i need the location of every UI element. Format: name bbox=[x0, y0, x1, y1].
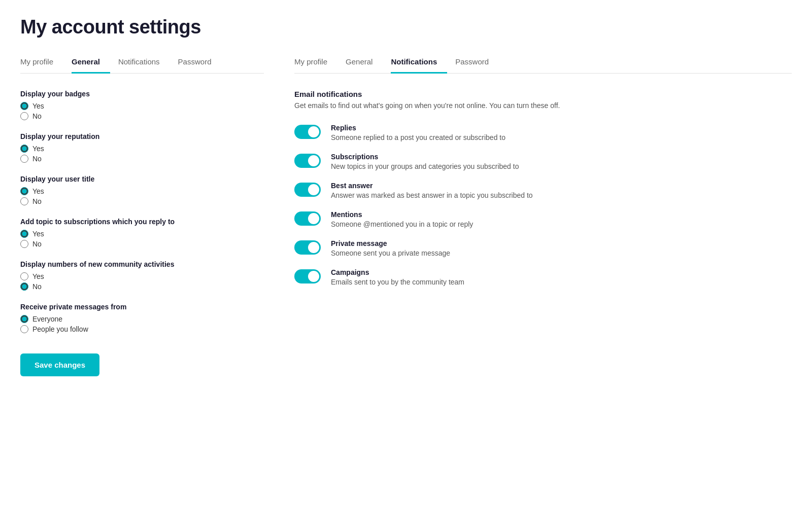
radio-group-display-community-activities: YesNo bbox=[20, 272, 264, 291]
tab-my-profile-right[interactable]: My profile bbox=[294, 52, 337, 74]
radio-receive-private-messages-everyone[interactable]: Everyone bbox=[20, 315, 264, 323]
radio-input-display-user-title-yes[interactable] bbox=[20, 187, 28, 195]
radio-add-topic-subscriptions-no[interactable]: No bbox=[20, 240, 264, 248]
right-tab-nav: My profile General Notifications Passwor… bbox=[294, 52, 792, 74]
page-title: My account settings bbox=[20, 16, 792, 38]
email-notif-title: Email notifications bbox=[294, 90, 792, 98]
notif-item-campaigns: CampaignsEmails sent to you by the commu… bbox=[294, 268, 792, 286]
tab-password-right[interactable]: Password bbox=[455, 52, 499, 74]
tab-my-profile-left[interactable]: My profile bbox=[20, 52, 63, 74]
left-panel: My profile General Notifications Passwor… bbox=[20, 52, 264, 376]
radio-input-add-topic-subscriptions-yes[interactable] bbox=[20, 230, 28, 238]
notif-item-private-message: Private messageSomeone sent you a privat… bbox=[294, 239, 792, 257]
radio-input-display-community-activities-no[interactable] bbox=[20, 282, 28, 291]
radio-label-display-user-title-yes: Yes bbox=[32, 187, 44, 195]
section-label-add-topic-subscriptions: Add topic to subscriptions which you rep… bbox=[20, 218, 264, 226]
notif-title-campaigns: Campaigns bbox=[331, 268, 792, 276]
section-display-user-title: Display your user titleYesNo bbox=[20, 175, 264, 205]
notif-title-best-answer: Best answer bbox=[331, 182, 792, 190]
radio-label-display-community-activities-yes: Yes bbox=[32, 272, 44, 280]
toggle-slider-subscriptions bbox=[294, 154, 321, 168]
save-button[interactable]: Save changes bbox=[20, 353, 99, 376]
section-display-badges: Display your badgesYesNo bbox=[20, 90, 264, 120]
radio-label-display-user-title-no: No bbox=[32, 197, 42, 205]
toggle-slider-best-answer bbox=[294, 183, 321, 197]
toggle-slider-private-message bbox=[294, 240, 321, 255]
radio-group-display-user-title: YesNo bbox=[20, 187, 264, 205]
notif-desc-subscriptions: New topics in your groups and categories… bbox=[331, 162, 792, 170]
section-label-receive-private-messages: Receive private messages from bbox=[20, 303, 264, 311]
section-receive-private-messages: Receive private messages fromEveryonePeo… bbox=[20, 303, 264, 333]
notif-text-subscriptions: SubscriptionsNew topics in your groups a… bbox=[331, 153, 792, 170]
radio-group-receive-private-messages: EveryonePeople you follow bbox=[20, 315, 264, 333]
section-display-community-activities: Display numbers of new community activit… bbox=[20, 260, 264, 291]
radio-add-topic-subscriptions-yes[interactable]: Yes bbox=[20, 230, 264, 238]
toggle-mentions[interactable] bbox=[294, 211, 321, 226]
toggle-replies[interactable] bbox=[294, 125, 321, 139]
section-label-display-badges: Display your badges bbox=[20, 90, 264, 98]
radio-input-display-reputation-no[interactable] bbox=[20, 155, 28, 163]
notif-text-campaigns: CampaignsEmails sent to you by the commu… bbox=[331, 268, 792, 286]
radio-input-receive-private-messages-everyone[interactable] bbox=[20, 315, 28, 323]
notif-title-replies: Replies bbox=[331, 124, 792, 132]
radio-display-user-title-no[interactable]: No bbox=[20, 197, 264, 205]
notif-title-subscriptions: Subscriptions bbox=[331, 153, 792, 161]
notif-item-best-answer: Best answerAnswer was marked as best ans… bbox=[294, 182, 792, 199]
tab-general-left[interactable]: General bbox=[72, 52, 110, 74]
section-label-display-user-title: Display your user title bbox=[20, 175, 264, 183]
section-label-display-community-activities: Display numbers of new community activit… bbox=[20, 260, 264, 268]
radio-display-reputation-no[interactable]: No bbox=[20, 155, 264, 163]
toggle-slider-replies bbox=[294, 125, 321, 139]
section-display-reputation: Display your reputationYesNo bbox=[20, 132, 264, 163]
radio-display-reputation-yes[interactable]: Yes bbox=[20, 145, 264, 153]
tab-password-left[interactable]: Password bbox=[178, 52, 222, 74]
radio-group-add-topic-subscriptions: YesNo bbox=[20, 230, 264, 248]
notif-text-best-answer: Best answerAnswer was marked as best ans… bbox=[331, 182, 792, 199]
radio-group-display-badges: YesNo bbox=[20, 102, 264, 120]
radio-display-community-activities-yes[interactable]: Yes bbox=[20, 272, 264, 280]
tab-notifications-left[interactable]: Notifications bbox=[118, 52, 170, 74]
notification-items-list: RepliesSomeone replied to a post you cre… bbox=[294, 124, 792, 286]
radio-display-badges-no[interactable]: No bbox=[20, 112, 264, 120]
radio-display-badges-yes[interactable]: Yes bbox=[20, 102, 264, 110]
radio-input-display-user-title-no[interactable] bbox=[20, 197, 28, 205]
toggle-slider-mentions bbox=[294, 211, 321, 226]
radio-input-display-community-activities-yes[interactable] bbox=[20, 272, 28, 280]
tab-general-right[interactable]: General bbox=[346, 52, 383, 74]
toggle-subscriptions[interactable] bbox=[294, 154, 321, 168]
toggle-slider-campaigns bbox=[294, 269, 321, 283]
radio-label-display-badges-yes: Yes bbox=[32, 102, 44, 110]
section-label-display-reputation: Display your reputation bbox=[20, 132, 264, 140]
radio-input-display-reputation-yes[interactable] bbox=[20, 145, 28, 153]
toggle-best-answer[interactable] bbox=[294, 183, 321, 197]
general-settings-form: Display your badgesYesNoDisplay your rep… bbox=[20, 90, 264, 333]
email-notifications-section: Email notifications Get emails to find o… bbox=[294, 90, 792, 286]
notif-text-mentions: MentionsSomeone @mentioned you in a topi… bbox=[331, 210, 792, 228]
radio-display-community-activities-no[interactable]: No bbox=[20, 282, 264, 291]
notif-text-replies: RepliesSomeone replied to a post you cre… bbox=[331, 124, 792, 141]
notif-desc-private-message: Someone sent you a private message bbox=[331, 249, 792, 257]
radio-group-display-reputation: YesNo bbox=[20, 145, 264, 163]
radio-input-display-badges-no[interactable] bbox=[20, 112, 28, 120]
radio-label-display-badges-no: No bbox=[32, 112, 42, 120]
left-tab-nav: My profile General Notifications Passwor… bbox=[20, 52, 264, 74]
radio-input-add-topic-subscriptions-no[interactable] bbox=[20, 240, 28, 248]
radio-label-receive-private-messages-everyone: Everyone bbox=[32, 315, 62, 323]
radio-input-receive-private-messages-people-you-follow[interactable] bbox=[20, 325, 28, 333]
tab-notifications-right[interactable]: Notifications bbox=[391, 52, 447, 74]
email-notif-desc: Get emails to find out what's going on w… bbox=[294, 101, 792, 110]
radio-receive-private-messages-people-you-follow[interactable]: People you follow bbox=[20, 325, 264, 333]
notif-desc-best-answer: Answer was marked as best answer in a to… bbox=[331, 191, 792, 199]
notif-title-mentions: Mentions bbox=[331, 210, 792, 219]
toggle-campaigns[interactable] bbox=[294, 269, 321, 283]
radio-display-user-title-yes[interactable]: Yes bbox=[20, 187, 264, 195]
notif-item-mentions: MentionsSomeone @mentioned you in a topi… bbox=[294, 210, 792, 228]
radio-input-display-badges-yes[interactable] bbox=[20, 102, 28, 110]
notif-item-subscriptions: SubscriptionsNew topics in your groups a… bbox=[294, 153, 792, 170]
toggle-private-message[interactable] bbox=[294, 240, 321, 255]
notif-desc-mentions: Someone @mentioned you in a topic or rep… bbox=[331, 220, 792, 228]
section-add-topic-subscriptions: Add topic to subscriptions which you rep… bbox=[20, 218, 264, 248]
notif-desc-campaigns: Emails sent to you by the community team bbox=[331, 278, 792, 286]
radio-label-add-topic-subscriptions-yes: Yes bbox=[32, 230, 44, 238]
right-panel: My profile General Notifications Passwor… bbox=[294, 52, 792, 297]
